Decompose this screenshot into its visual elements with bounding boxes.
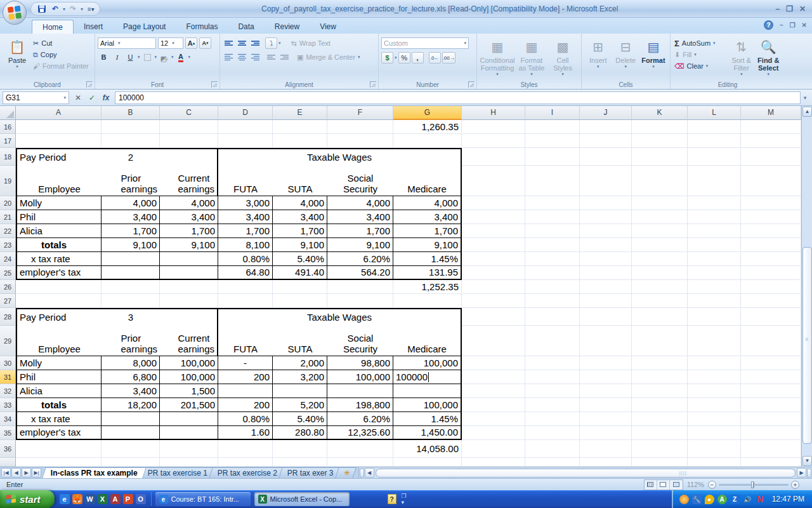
cell-H26[interactable] (462, 280, 525, 294)
cell-C24[interactable] (160, 252, 218, 266)
name-box[interactable]: G31▾ (3, 91, 69, 104)
cell-E37[interactable] (273, 458, 327, 467)
cell-G25[interactable]: 131.95 (393, 266, 462, 280)
cell-E31[interactable]: 3,200 (273, 370, 327, 384)
cell-C17[interactable] (160, 134, 218, 148)
align-top-button[interactable] (223, 37, 235, 49)
cell-E32[interactable] (273, 384, 327, 398)
cell-M25[interactable] (741, 266, 801, 280)
row-header-35[interactable]: 35 (0, 426, 16, 440)
cell-L31[interactable] (688, 370, 741, 384)
font-family-select[interactable]: Arial▾ (98, 37, 156, 49)
autosum-button[interactable]: ΣAutoSum▾ (673, 37, 728, 49)
cell-C34[interactable] (160, 412, 218, 426)
cell-K25[interactable] (632, 266, 688, 280)
cell-G22[interactable]: 1,700 (393, 224, 462, 238)
cell-F27[interactable] (327, 294, 393, 308)
zoom-out-button[interactable]: − (708, 481, 716, 489)
insert-worksheet-tab[interactable]: ✳ (335, 467, 357, 478)
cell-A24[interactable]: x tax rate (16, 252, 102, 266)
cell-E17[interactable] (273, 134, 327, 148)
cell-F36[interactable] (327, 440, 393, 458)
cell-J29[interactable] (580, 326, 632, 356)
format-as-table-button[interactable]: ▦ Format as Table▾ (515, 36, 548, 78)
close-button[interactable]: ✕ (799, 4, 806, 13)
cell-C28[interactable] (160, 308, 218, 326)
align-bottom-button[interactable] (249, 37, 261, 49)
cell-M17[interactable] (741, 134, 801, 148)
customize-qat-button[interactable]: ≡▾ (88, 6, 95, 13)
cell-J32[interactable] (580, 384, 632, 398)
sheet-tab-pr-tax-exer-3[interactable]: PR tax exer 3 (278, 467, 342, 478)
cell-I32[interactable] (525, 384, 580, 398)
align-center-button[interactable] (236, 51, 248, 63)
cell-B16[interactable] (102, 120, 160, 134)
row-header-19[interactable]: 19 (0, 166, 16, 196)
cell-K20[interactable] (632, 196, 688, 210)
cell-D29[interactable]: FUTA (218, 326, 273, 356)
cell-M16[interactable] (741, 120, 801, 134)
minimize-button[interactable]: – (775, 4, 780, 13)
cell-C26[interactable] (160, 280, 218, 294)
cell-H35[interactable] (462, 426, 525, 440)
cell-F31[interactable]: 100,000 (327, 370, 393, 384)
cell-D23[interactable]: 8,100 (218, 238, 273, 252)
cell-B27[interactable] (102, 294, 160, 308)
cell-H36[interactable] (462, 440, 525, 458)
cell-D25[interactable]: 64.80 (218, 266, 273, 280)
cell-A37[interactable] (16, 458, 102, 467)
cell-C30[interactable]: 100,000 (160, 356, 218, 370)
cell-L23[interactable] (688, 238, 741, 252)
format-cells-button[interactable]: ▤ Format▾ (639, 36, 667, 70)
cell-H20[interactable] (462, 196, 525, 210)
cell-F32[interactable] (327, 384, 393, 398)
cell-A25[interactable]: employer's tax (16, 266, 102, 280)
cell-H27[interactable] (462, 294, 525, 308)
cell-L37[interactable] (688, 458, 741, 467)
cell-B25[interactable] (102, 266, 160, 280)
font-color-button[interactable]: A (175, 51, 187, 63)
cell-K21[interactable] (632, 210, 688, 224)
cell-A22[interactable]: Alicia (16, 224, 102, 238)
cell-I35[interactable] (525, 426, 580, 440)
decrease-indent-button[interactable] (265, 51, 277, 63)
cell-H34[interactable] (462, 412, 525, 426)
tray-green-a-icon[interactable]: A (717, 495, 727, 504)
cell-M20[interactable] (741, 196, 801, 210)
cell-E19[interactable]: SUTA (273, 166, 327, 196)
cell-L36[interactable] (688, 440, 741, 458)
volume-icon[interactable]: 🔊 (743, 495, 752, 504)
cell-A30[interactable]: Molly (16, 356, 102, 370)
cell-K37[interactable] (632, 458, 688, 467)
cell-H16[interactable] (462, 120, 525, 134)
ribbon-tab-formulas[interactable]: Formulas (176, 20, 228, 34)
cell-H25[interactable] (462, 266, 525, 280)
cell-G34[interactable]: 1.45% (393, 412, 462, 426)
cell-D20[interactable]: 3,000 (218, 196, 273, 210)
copy-button[interactable]: ⧉Copy (32, 49, 90, 60)
row-header-37[interactable] (0, 458, 16, 467)
column-header-L[interactable]: L (688, 106, 741, 120)
cell-styles-button[interactable]: ▩ Cell Styles▾ (548, 36, 577, 78)
cell-D33[interactable]: 200 (218, 398, 273, 412)
row-header-26[interactable]: 26 (0, 280, 16, 294)
cell-J20[interactable] (580, 196, 632, 210)
ribbon-tab-review[interactable]: Review (265, 20, 310, 34)
cell-M36[interactable] (741, 440, 801, 458)
cell-I36[interactable] (525, 440, 580, 458)
cell-L20[interactable] (688, 196, 741, 210)
cell-I21[interactable] (525, 210, 580, 224)
cell-K35[interactable] (632, 426, 688, 440)
tray-z-icon[interactable]: Z (730, 495, 740, 504)
cell-J17[interactable] (580, 134, 632, 148)
column-header-M[interactable]: M (741, 106, 801, 120)
tray-shield-icon[interactable]: ● (705, 495, 714, 504)
cell-K28[interactable] (632, 308, 688, 326)
cell-L27[interactable] (688, 294, 741, 308)
undo-dropdown[interactable]: ▾ (63, 6, 65, 12)
tab-split-handle[interactable] (360, 469, 364, 478)
column-header-J[interactable]: J (580, 106, 632, 120)
cell-K26[interactable] (632, 280, 688, 294)
cell-D16[interactable] (218, 120, 273, 134)
cell-J36[interactable] (580, 440, 632, 458)
